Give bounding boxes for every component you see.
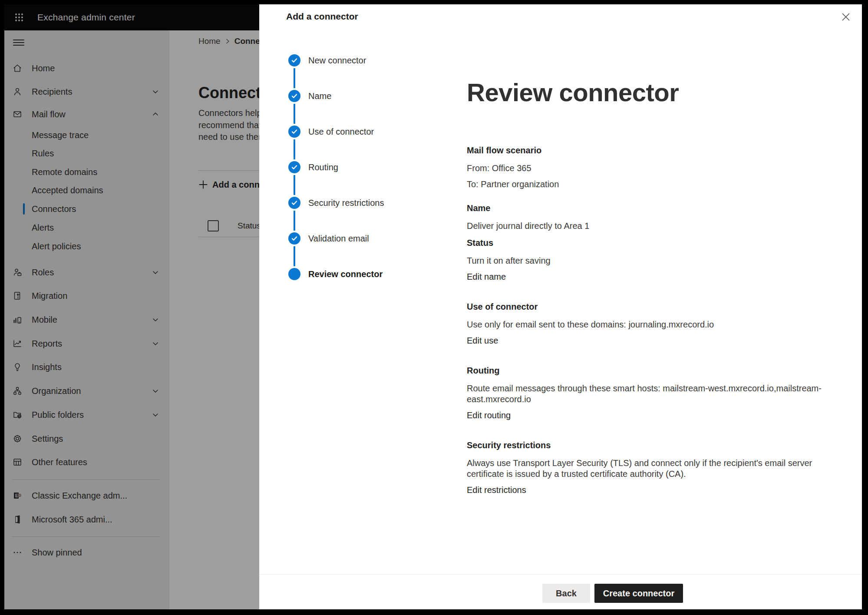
section-heading: Name <box>467 202 862 214</box>
section-value: Use only for email sent to these domains… <box>467 319 862 330</box>
section-heading: Routing <box>467 364 862 377</box>
section-heading: Status <box>467 237 862 249</box>
dialog-header: Add a connector <box>259 4 862 29</box>
step-new-connector[interactable]: New connector <box>259 54 436 66</box>
step-security-restrictions[interactable]: Security restrictions <box>259 197 436 209</box>
step-label: Use of connector <box>308 127 374 137</box>
step-completed-icon <box>288 232 300 245</box>
section-heading: Use of connector <box>467 301 862 313</box>
step-label: Name <box>308 91 331 101</box>
section-value: Always use Transport Layer Security (TLS… <box>467 458 862 469</box>
section-value: Turn it on after saving <box>467 255 862 266</box>
review-section-use-of-connector: Use of connector Use only for email sent… <box>467 301 862 346</box>
section-value: east.mxrecord.io <box>467 394 862 405</box>
step-review-connector[interactable]: Review connector <box>259 268 436 280</box>
dialog-footer: Back Create connector <box>259 574 862 609</box>
section-value: To: Partner organization <box>467 179 862 190</box>
section-value: From: Office 365 <box>467 163 862 174</box>
add-connector-dialog: Add a connector New connector Name <box>259 4 862 609</box>
close-button[interactable] <box>840 11 852 23</box>
review-title: Review connector <box>467 77 862 108</box>
step-completed-icon <box>288 126 300 138</box>
step-label: New connector <box>308 56 366 66</box>
step-completed-icon <box>288 54 300 66</box>
step-use-of-connector[interactable]: Use of connector <box>259 126 436 138</box>
step-label: Review connector <box>308 269 383 279</box>
edit-restrictions-link[interactable]: Edit restrictions <box>467 485 526 496</box>
close-icon <box>841 12 851 22</box>
section-value: Route email messages through these smart… <box>467 383 862 394</box>
section-heading: Security restrictions <box>467 439 862 451</box>
step-routing[interactable]: Routing <box>259 161 436 173</box>
step-label: Security restrictions <box>308 198 384 208</box>
dialog-title: Add a connector <box>286 4 358 29</box>
review-section-name: Name Deliver journal directly to Area 1 <box>467 202 862 231</box>
step-current-icon <box>288 268 300 280</box>
step-completed-icon <box>288 161 300 173</box>
section-heading: Mail flow scenario <box>467 144 862 156</box>
app-window: Exchange admin center Home Recipients <box>4 4 862 609</box>
edit-routing-link[interactable]: Edit routing <box>467 410 511 421</box>
step-label: Routing <box>308 162 338 172</box>
review-section-security-restrictions: Security restrictions Always use Transpo… <box>467 439 862 496</box>
wizard-stepper: New connector Name Use of connector Rout… <box>259 29 436 574</box>
step-completed-icon <box>288 90 300 102</box>
step-name[interactable]: Name <box>259 90 436 102</box>
edit-use-link[interactable]: Edit use <box>467 335 498 346</box>
step-label: Validation email <box>308 234 369 244</box>
section-value: Deliver journal directly to Area 1 <box>467 221 862 231</box>
step-validation-email[interactable]: Validation email <box>259 232 436 245</box>
step-completed-icon <box>288 197 300 209</box>
edit-name-link[interactable]: Edit name <box>467 271 506 282</box>
review-section-status: Status Turn it on after saving Edit name <box>467 237 862 282</box>
review-pane: Review connector Mail flow scenario From… <box>436 29 862 574</box>
create-connector-button[interactable]: Create connector <box>594 584 683 603</box>
section-value: certificate is issued by a trusted certi… <box>467 469 862 479</box>
review-section-routing: Routing Route email messages through the… <box>467 364 862 421</box>
back-button[interactable]: Back <box>542 584 590 603</box>
review-section-mail-flow-scenario: Mail flow scenario From: Office 365 To: … <box>467 144 862 190</box>
